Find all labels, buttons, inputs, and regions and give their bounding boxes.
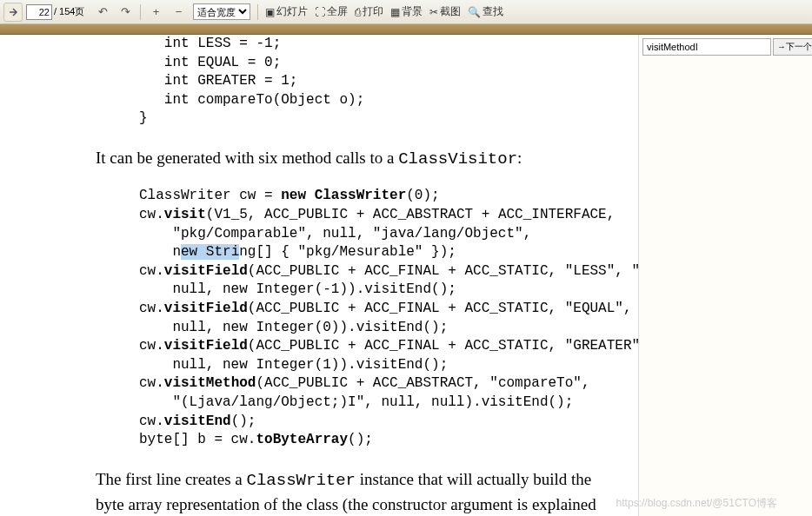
search-icon: 🔍 xyxy=(468,6,481,18)
print-icon: ⎙ xyxy=(355,6,361,18)
zoom-out-icon[interactable]: − xyxy=(170,3,187,21)
find-input[interactable] xyxy=(642,38,771,56)
code-block-interface: int LESS = -1; int EQUAL = 0; int GREATE… xyxy=(139,35,612,129)
slideshow-icon: ▣ xyxy=(265,6,275,18)
arrow-right-icon xyxy=(7,6,19,18)
page-number-input[interactable] xyxy=(26,4,52,20)
decorative-band xyxy=(0,24,812,35)
print-button[interactable]: ⎙打印 xyxy=(355,4,383,19)
text-selection: ew Stri xyxy=(181,244,239,260)
background-button[interactable]: ▦背景 xyxy=(390,4,423,19)
undo-icon[interactable]: ↶ xyxy=(94,3,111,21)
scissors-icon: ✂ xyxy=(429,6,438,18)
find-button[interactable]: 🔍查找 xyxy=(468,4,503,19)
watermark: https://blog.csdn.net/@51CTO博客 xyxy=(616,496,638,511)
content-area: int LESS = -1; int EQUAL = 0; int GREATE… xyxy=(0,35,812,516)
find-next-button[interactable]: →下一个 xyxy=(773,38,812,56)
find-panel: →下一个 ←上一 xyxy=(638,35,812,516)
page-total-label: / 154页 xyxy=(54,5,84,18)
paragraph-intro: It can be generated with six method call… xyxy=(96,146,612,172)
zoom-select[interactable]: 适合宽度 xyxy=(193,3,250,20)
toolbar-separator xyxy=(257,4,258,20)
nav-forward-button[interactable] xyxy=(3,3,23,22)
document-page: int LESS = -1; int EQUAL = 0; int GREATE… xyxy=(0,35,638,516)
fullscreen-button[interactable]: ⛶全屏 xyxy=(315,4,348,19)
redo-icon[interactable]: ↷ xyxy=(116,3,134,21)
paragraph-explanation: The first line creates a ClassWriter ins… xyxy=(96,467,612,516)
screenshot-button[interactable]: ✂截图 xyxy=(429,4,461,19)
background-icon: ▦ xyxy=(390,6,400,18)
fullscreen-icon: ⛶ xyxy=(315,6,325,18)
toolbar: / 154页 ↶ ↷ + − 适合宽度 ▣幻灯片 ⛶全屏 ⎙打印 ▦背景 ✂截图… xyxy=(0,0,812,24)
toolbar-separator xyxy=(140,4,141,20)
slideshow-button[interactable]: ▣幻灯片 xyxy=(265,4,308,19)
code-block-classwriter: ClassWriter cw = new ClassWriter(0); cw.… xyxy=(139,187,612,449)
zoom-in-icon[interactable]: + xyxy=(147,3,164,21)
